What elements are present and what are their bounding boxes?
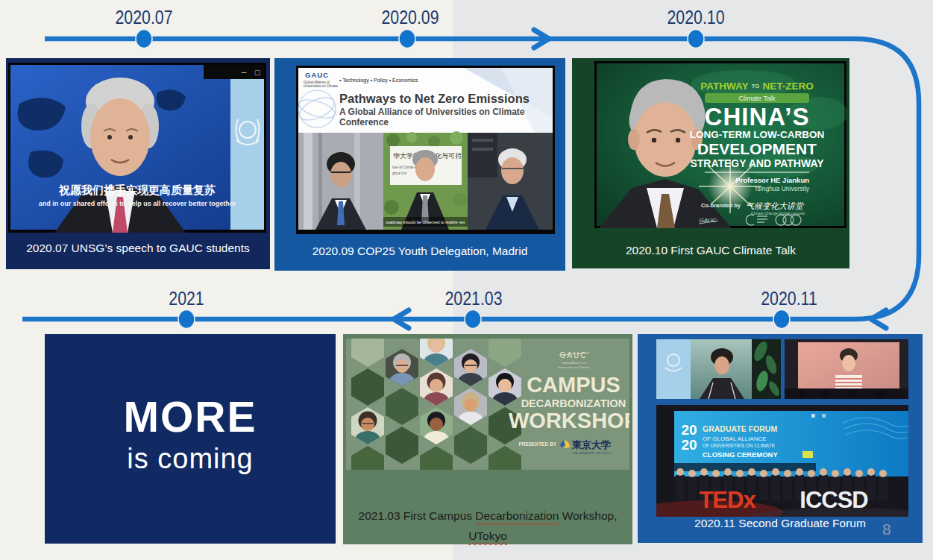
video-subtitle: roadmap should be observed to realize ne… xyxy=(386,220,465,224)
caption-workshop-decarbonization: Decarbonization xyxy=(475,509,559,522)
backdrop-year-top: 20 xyxy=(681,422,697,438)
kicker-pathway: PATHWAY xyxy=(700,81,748,92)
espinosa-video xyxy=(656,339,782,399)
topic-bullets: • Technology • Policy • Economics xyxy=(339,78,418,84)
window-minimize-icon: – xyxy=(242,67,247,78)
presented-by-label: PRESENTED BY xyxy=(518,441,556,447)
gauc-logo: GAUC xyxy=(560,351,588,359)
caption-workshop-pre: 2021.03 First Campus xyxy=(359,509,476,522)
backdrop-line2: OF GLOBAL ALLIANCE xyxy=(703,435,767,442)
speaker-name: Professor HE Jiankun xyxy=(735,176,809,184)
arrow-left-curve-icon xyxy=(871,310,886,328)
workshop-poster: GAUC Global Alliance of Universities on … xyxy=(346,339,629,470)
speaker-tile-1 xyxy=(298,133,383,230)
subtitle-english: and in our shared efforts to help us all… xyxy=(39,200,236,207)
closing-ceremony-photo: 20 20 GRADUATE FORUM OF GLOBAL ALLIANCE … xyxy=(656,405,908,517)
panel-graduate-forum: 20 20 GRADUATE FORUM OF GLOBAL ALLIANCE … xyxy=(638,334,923,543)
poster-line2: DEVELOPMENT xyxy=(697,140,817,157)
panel-campus-workshop: GAUC Global Alliance of Universities on … xyxy=(343,334,632,544)
sign-chinese-right: 化与可持 xyxy=(435,152,462,160)
unsg-video-still: – ▢ 祝愿我们携手实现更高质量复苏 and in our shared eff… xyxy=(8,63,266,233)
more-headline: MORE xyxy=(45,392,336,441)
iccsd-letters: ICCSD xyxy=(800,487,868,513)
panel-unsg-speech: – ▢ 祝愿我们携手实现更高质量复苏 and in our shared eff… xyxy=(6,58,270,269)
conference-subtitle2: Conference xyxy=(339,117,389,128)
tedx-letters: TEDx xyxy=(699,487,756,513)
poster-line1: LONG-TERM LOW-CARBON xyxy=(690,129,824,140)
gauc-logo-sub2: Universities on Climate xyxy=(558,365,590,369)
caption-unsg: 2020.07 UNSG’s speech to GAUC students xyxy=(6,240,270,257)
subtitle-chinese: 祝愿我们携手实现更高质量复苏 xyxy=(58,183,216,196)
workshop-title-1: CAMPUS xyxy=(527,373,621,397)
cobrand-logo-text: 气候变化大讲堂 xyxy=(746,201,805,210)
utokyo-sub: THE UNIVERSITY OF TOKYO xyxy=(572,452,611,455)
backdrop-line1: GRADUATE FORUM xyxy=(703,424,777,433)
caption-climate-talk: 2020.10 First GAUC Climate Talk xyxy=(572,242,849,259)
backdrop-line4: CLOSING CEREMONY xyxy=(703,450,778,459)
gauc-logo: GAUC xyxy=(305,71,329,79)
kicker-to: TO xyxy=(752,83,759,89)
cop25-conference-still: GAUC Global Alliance of Universities on … xyxy=(296,66,555,234)
caption-cop25: 2020.09 COP25 Youth Delegation, Madrid xyxy=(274,243,565,259)
utokyo-logotype: 東京大学 xyxy=(571,439,611,450)
caption-workshop: 2021.03 First Campus Decarbonization Wor… xyxy=(343,506,632,546)
backdrop-line3: OF UNIVERSITIES ON CLIMATE xyxy=(703,443,776,448)
conference-title: Pathways to Net Zero Emissions xyxy=(339,92,530,105)
more-subline: is coming xyxy=(45,443,336,475)
speaker-tile-3 xyxy=(468,133,553,230)
poster-line3: STRATEGY AND PATHWAY xyxy=(690,157,824,169)
panel-cop25: GAUC Global Alliance of Universities on … xyxy=(274,58,565,271)
speaker-org: Tsinghua University xyxy=(754,185,809,192)
window-maximize-icon: ▢ xyxy=(254,69,261,76)
backdrop-year-bottom: 20 xyxy=(681,437,697,453)
cobrand-label: Co-branded by xyxy=(701,202,741,209)
stay-tuned-sign xyxy=(802,451,813,458)
pill-label: Climate Talk xyxy=(739,95,776,102)
climate-talk-poster: PATHWAY TO NET-ZERO Climate Talk CHINA’S… xyxy=(594,61,846,228)
forum-photos: 20 20 GRADUATE FORUM OF GLOBAL ALLIANCE … xyxy=(656,339,908,517)
student-video xyxy=(785,339,908,399)
caption-workshop-utokyo: UTokyo xyxy=(468,529,507,542)
conference-subtitle1: A Global Alliance of Universities on Cli… xyxy=(339,107,525,117)
gauc-script-logo: GAUC xyxy=(699,217,716,224)
poster-headline: CHINA’S xyxy=(705,103,810,130)
workshop-title-3: WORKSHOP xyxy=(509,409,629,432)
caption-workshop-mid: Workshop, xyxy=(559,509,617,522)
sign-english-2: ghua Uni xyxy=(392,172,406,175)
speaker-tile-2: 华大学气 化与可持 tute of Climat e and Susta ghu… xyxy=(383,131,468,230)
un-flag-icon xyxy=(656,339,691,399)
workshop-title-2: DECARBONIZATION xyxy=(521,397,626,409)
panel-more-coming: MORE is coming xyxy=(45,334,336,544)
caption-forum: 2020.11 Second Graduate Forum xyxy=(638,515,923,532)
kicker-netzero: NET-ZERO xyxy=(763,81,814,92)
gauc-logo-sub2: Universities on Climate xyxy=(304,84,339,88)
gauc-logo-sub1: Global Alliance of xyxy=(562,361,586,365)
page-number: 8 xyxy=(882,520,891,538)
panel-climate-talk: PATHWAY TO NET-ZERO Climate Talk CHINA’S… xyxy=(572,58,849,268)
